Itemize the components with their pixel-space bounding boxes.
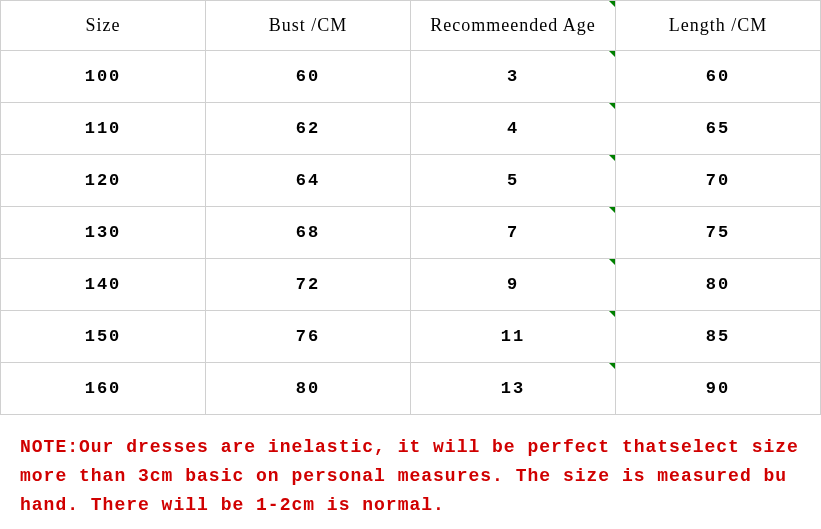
table-row: 110 62 4 65 [1, 103, 821, 155]
cell-size: 120 [1, 155, 206, 207]
cell-bust: 76 [206, 311, 411, 363]
cell-size: 140 [1, 259, 206, 311]
note-text: NOTE:Our dresses are inelastic, it will … [0, 415, 821, 529]
cell-length: 60 [616, 51, 821, 103]
cell-size: 130 [1, 207, 206, 259]
cell-bust: 62 [206, 103, 411, 155]
cell-bust: 60 [206, 51, 411, 103]
cell-bust: 80 [206, 363, 411, 415]
table-row: 130 68 7 75 [1, 207, 821, 259]
table-row: 140 72 9 80 [1, 259, 821, 311]
table-row: 120 64 5 70 [1, 155, 821, 207]
header-row: Size Bust /CM Recommeended Age Length /C… [1, 1, 821, 51]
cell-bust: 72 [206, 259, 411, 311]
cell-length: 75 [616, 207, 821, 259]
cell-size: 110 [1, 103, 206, 155]
cell-age: 3 [411, 51, 616, 103]
cell-length: 85 [616, 311, 821, 363]
cell-length: 80 [616, 259, 821, 311]
table-row: 160 80 13 90 [1, 363, 821, 415]
cell-bust: 68 [206, 207, 411, 259]
cell-age: 7 [411, 207, 616, 259]
cell-age: 5 [411, 155, 616, 207]
cell-age: 9 [411, 259, 616, 311]
cell-age: 11 [411, 311, 616, 363]
cell-bust: 64 [206, 155, 411, 207]
header-length: Length /CM [616, 1, 821, 51]
header-age: Recommeended Age [411, 1, 616, 51]
cell-age: 4 [411, 103, 616, 155]
cell-length: 90 [616, 363, 821, 415]
size-table: Size Bust /CM Recommeended Age Length /C… [0, 0, 821, 415]
header-bust: Bust /CM [206, 1, 411, 51]
size-chart-container: Size Bust /CM Recommeended Age Length /C… [0, 0, 821, 529]
header-size: Size [1, 1, 206, 51]
cell-size: 100 [1, 51, 206, 103]
table-row: 150 76 11 85 [1, 311, 821, 363]
cell-size: 160 [1, 363, 206, 415]
cell-length: 65 [616, 103, 821, 155]
table-row: 100 60 3 60 [1, 51, 821, 103]
cell-length: 70 [616, 155, 821, 207]
cell-age: 13 [411, 363, 616, 415]
cell-size: 150 [1, 311, 206, 363]
